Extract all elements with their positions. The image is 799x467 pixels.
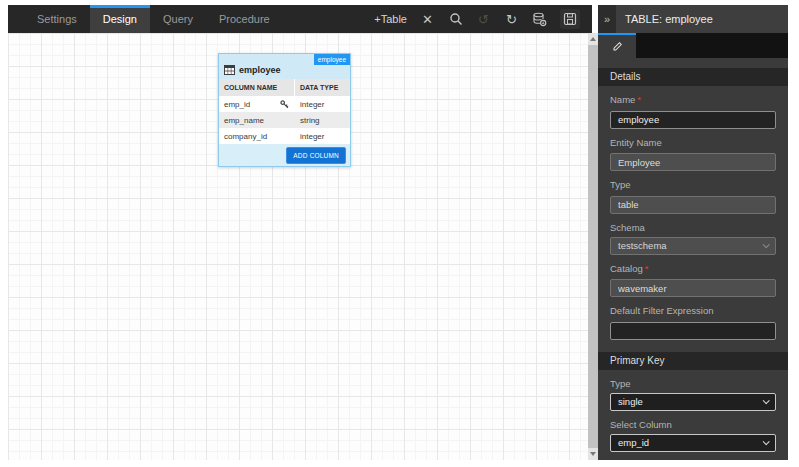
primary-key-section-header: Primary Key: [598, 352, 788, 370]
table-badge: employee: [314, 54, 350, 65]
type-label: Type: [610, 179, 776, 190]
schema-label: Schema: [610, 222, 776, 233]
canvas-vertical-scrollbar[interactable]: [588, 33, 598, 460]
table-card-footer: ADD COLUMN: [219, 144, 350, 166]
entity-name-input: [610, 153, 776, 171]
catalog-label: Catalog: [610, 263, 643, 274]
undo-icon[interactable]: ↺: [476, 12, 491, 27]
name-label: Name: [610, 94, 635, 105]
column-name: emp_id: [224, 100, 250, 109]
tab-query[interactable]: Query: [150, 5, 206, 33]
close-icon[interactable]: ✕: [420, 12, 435, 27]
pk-type-select[interactable]: single: [610, 393, 776, 411]
default-filter-field-group: Default Filter Expression: [610, 305, 776, 340]
pk-column-field-group: Select Column emp_id: [610, 419, 776, 452]
tab-design[interactable]: Design: [90, 5, 150, 33]
schema-select: testschema: [610, 237, 776, 255]
export-db-icon[interactable]: [532, 12, 547, 27]
table-card-employee[interactable]: employee employee COLUMN NAME DATA TYPE …: [218, 53, 351, 167]
select-column-label: Select Column: [610, 419, 776, 430]
name-field-group: Name*: [610, 94, 776, 129]
required-marker: *: [645, 263, 649, 274]
collapse-panel-icon[interactable]: »: [598, 5, 616, 33]
column-type: string: [295, 116, 350, 125]
scroll-up-icon[interactable]: [590, 37, 596, 41]
data-type-header: DATA TYPE: [295, 79, 350, 96]
catalog-input: [610, 279, 776, 297]
column-name: company_id: [224, 132, 267, 141]
design-canvas[interactable]: employee employee COLUMN NAME DATA TYPE …: [8, 33, 588, 460]
default-filter-input[interactable]: [610, 322, 776, 340]
table-grid-icon: [224, 65, 235, 75]
add-table-button[interactable]: +Table: [374, 13, 407, 25]
toolbar-tabs: Settings Design Query Procedure: [24, 5, 283, 33]
tab-procedure[interactable]: Procedure: [206, 5, 283, 33]
table-properties-panel: » TABLE: employee Details Name* Entity N…: [598, 5, 788, 460]
column-type: integer: [295, 132, 350, 141]
edit-tab[interactable]: [598, 33, 636, 58]
entity-name-field-group: Entity Name: [610, 137, 776, 172]
top-toolbar: Settings Design Query Procedure +Table ✕…: [8, 5, 592, 33]
scrollbar-thumb[interactable]: [588, 45, 598, 448]
db-designer-app: Settings Design Query Procedure +Table ✕…: [8, 5, 788, 460]
search-icon[interactable]: [448, 12, 463, 27]
add-column-button[interactable]: ADD COLUMN: [286, 147, 346, 164]
column-name: emp_name: [224, 116, 264, 125]
details-section-header: Details: [598, 68, 788, 86]
redo-icon[interactable]: ↻: [504, 12, 519, 27]
type-input: [610, 196, 776, 214]
column-header-row: COLUMN NAME DATA TYPE: [219, 79, 350, 96]
select-column-select[interactable]: emp_id: [610, 434, 776, 452]
schema-field-group: Schema testschema: [610, 222, 776, 255]
table-row-emp-name[interactable]: emp_name string: [219, 112, 350, 128]
save-button[interactable]: [560, 9, 580, 29]
chevron-down-icon: [763, 397, 770, 404]
column-name-header: COLUMN NAME: [219, 79, 294, 96]
pk-type-label: Type: [610, 378, 776, 389]
panel-title: TABLE: employee: [625, 13, 713, 25]
panel-header: » TABLE: employee: [598, 5, 788, 33]
tab-settings[interactable]: Settings: [24, 5, 90, 33]
column-type: integer: [295, 100, 350, 109]
table-card-title: employee: [239, 65, 281, 75]
save-icon: [563, 12, 577, 26]
panel-tabstrip: [598, 33, 788, 58]
type-field-group: Type: [610, 179, 776, 214]
table-row-company-id[interactable]: company_id integer: [219, 128, 350, 144]
pencil-icon: [612, 41, 623, 52]
required-marker: *: [637, 94, 641, 105]
catalog-field-group: Catalog*: [610, 263, 776, 298]
entity-name-label: Entity Name: [610, 137, 776, 148]
name-input[interactable]: [610, 111, 776, 129]
scroll-down-icon[interactable]: [590, 452, 596, 456]
chevron-down-icon: [763, 241, 770, 248]
chevron-down-icon: [763, 438, 770, 445]
primary-key-icon: [280, 100, 289, 109]
table-row-emp-id[interactable]: emp_id integer: [219, 96, 350, 112]
pk-type-field-group: Type single: [610, 378, 776, 411]
default-filter-label: Default Filter Expression: [610, 305, 776, 316]
toolbar-actions: +Table ✕ ↺ ↻: [374, 9, 580, 29]
